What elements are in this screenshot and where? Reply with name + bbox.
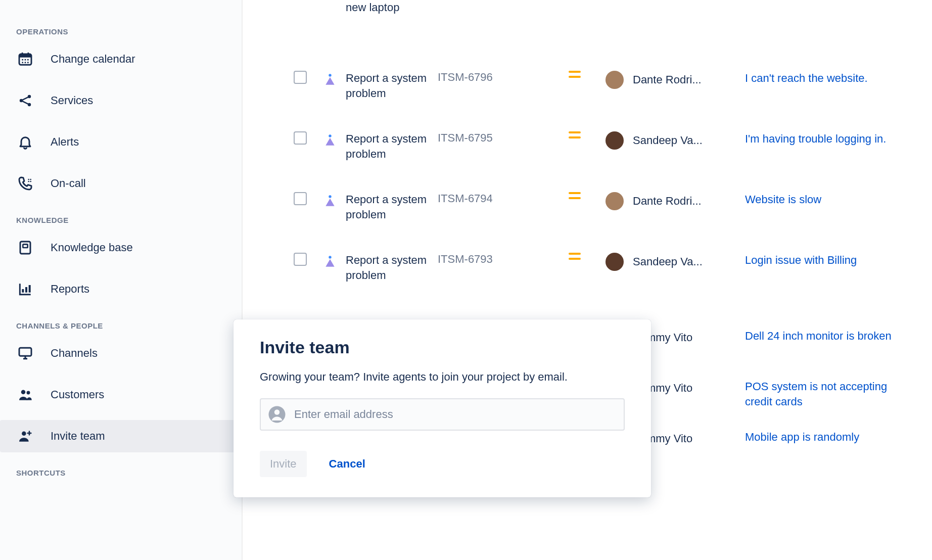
reporter-avatar bbox=[605, 253, 624, 271]
svg-rect-2 bbox=[22, 53, 23, 55]
monitor-icon bbox=[16, 344, 34, 362]
svg-point-6 bbox=[27, 59, 29, 61]
request-type-icon bbox=[323, 73, 337, 86]
reporter-name: Sandeep Va... bbox=[633, 255, 703, 268]
queue-row: Report a system problemITSM-6793 Sandeep… bbox=[285, 243, 912, 313]
reporter-avatar bbox=[605, 71, 624, 89]
svg-point-9 bbox=[27, 62, 29, 63]
services-icon bbox=[16, 91, 34, 110]
sidebar-item-label: Customers bbox=[51, 388, 104, 401]
svg-rect-19 bbox=[22, 289, 24, 293]
svg-point-8 bbox=[25, 62, 26, 63]
svg-point-13 bbox=[28, 179, 29, 180]
invite-email-input-wrapper[interactable] bbox=[260, 398, 625, 431]
svg-point-24 bbox=[27, 391, 30, 395]
sidebar-item-label: Change calendar bbox=[51, 53, 135, 66]
sidebar-item-label: Channels bbox=[51, 347, 98, 360]
issue-summary-link[interactable]: POS system is not accepting credit cards bbox=[745, 380, 887, 408]
cancel-button[interactable]: Cancel bbox=[319, 451, 376, 477]
sidebar-item-change-calendar[interactable]: Change calendar bbox=[0, 43, 242, 75]
svg-point-26 bbox=[329, 74, 331, 76]
issue-summary-link[interactable]: Website is slow bbox=[745, 193, 821, 206]
svg-rect-20 bbox=[25, 287, 27, 293]
request-type-icon bbox=[323, 133, 337, 147]
priority-medium-icon bbox=[569, 131, 581, 138]
sidebar-section-operations: OPERATIONS bbox=[0, 20, 242, 43]
sidebar-section-knowledge: KNOWLEDGE bbox=[0, 209, 242, 231]
sidebar: OPERATIONS Change calendar Services bbox=[0, 0, 243, 560]
request-type-icon bbox=[323, 255, 337, 268]
svg-point-5 bbox=[25, 59, 26, 61]
svg-point-31 bbox=[274, 409, 280, 415]
issue-summary-link[interactable]: Dell 24 inch monitor is broken bbox=[745, 330, 892, 342]
row-checkbox[interactable] bbox=[294, 71, 307, 84]
queue-row-partial: new laptop bbox=[285, 0, 912, 61]
issue-key[interactable]: ITSM-6793 bbox=[438, 253, 544, 266]
queue-type-label: Report a system problem bbox=[346, 131, 430, 161]
svg-point-29 bbox=[329, 256, 331, 258]
svg-point-15 bbox=[28, 181, 29, 182]
reporter-name: Sandeep Va... bbox=[633, 134, 703, 147]
issue-key[interactable]: ITSM-6796 bbox=[438, 71, 544, 84]
bell-icon bbox=[16, 133, 34, 151]
issue-summary-link[interactable]: Login issue with Billing bbox=[745, 254, 857, 266]
reporter-name: Dante Rodri... bbox=[633, 195, 702, 208]
queue-type-label: Report a system problem bbox=[346, 253, 430, 283]
svg-rect-1 bbox=[19, 54, 31, 58]
priority-medium-icon bbox=[569, 253, 581, 260]
book-icon bbox=[16, 239, 34, 257]
svg-rect-18 bbox=[23, 244, 27, 248]
person-plus-icon bbox=[16, 427, 34, 445]
invite-button[interactable]: Invite bbox=[260, 451, 307, 477]
sidebar-item-on-call[interactable]: On-call bbox=[0, 167, 242, 200]
svg-point-23 bbox=[21, 390, 26, 394]
reporter-avatar bbox=[605, 131, 624, 150]
svg-point-28 bbox=[329, 195, 331, 198]
svg-point-27 bbox=[329, 134, 331, 137]
sidebar-item-channels[interactable]: Channels bbox=[0, 337, 242, 369]
person-icon bbox=[268, 405, 286, 424]
reporter-name: Dante Rodri... bbox=[633, 73, 702, 86]
svg-point-7 bbox=[22, 62, 23, 63]
queue-type-label: Report a system problem bbox=[346, 71, 430, 101]
row-checkbox[interactable] bbox=[294, 131, 307, 145]
sidebar-item-knowledge-base[interactable]: Knowledge base bbox=[0, 231, 242, 264]
queue-type-label: new laptop bbox=[346, 0, 399, 15]
row-checkbox[interactable] bbox=[294, 253, 307, 266]
sidebar-item-label: Reports bbox=[51, 283, 89, 296]
svg-rect-22 bbox=[19, 348, 31, 356]
issue-summary-link[interactable]: I'm having trouble logging in. bbox=[745, 132, 886, 145]
modal-title: Invite team bbox=[260, 338, 625, 357]
sidebar-item-label: Alerts bbox=[51, 135, 79, 149]
sidebar-item-label: Knowledge base bbox=[51, 241, 133, 254]
request-type-icon bbox=[323, 194, 337, 207]
sidebar-section-shortcuts: SHORTCUTS bbox=[0, 461, 242, 484]
svg-point-25 bbox=[22, 431, 26, 436]
modal-actions: Invite Cancel bbox=[260, 451, 625, 477]
svg-point-16 bbox=[30, 181, 31, 182]
sidebar-item-label: Services bbox=[51, 94, 93, 107]
priority-medium-icon bbox=[569, 71, 581, 78]
svg-rect-21 bbox=[29, 285, 31, 293]
issue-summary-link[interactable]: I can't reach the website. bbox=[745, 72, 868, 84]
sidebar-item-services[interactable]: Services bbox=[0, 84, 242, 117]
issue-key[interactable]: ITSM-6795 bbox=[438, 131, 544, 145]
issue-key[interactable]: ITSM-6794 bbox=[438, 192, 544, 205]
sidebar-item-alerts[interactable]: Alerts bbox=[0, 126, 242, 158]
phone-icon bbox=[16, 174, 34, 193]
queue-type-label: Report a system problem bbox=[346, 192, 430, 222]
sidebar-item-customers[interactable]: Customers bbox=[0, 379, 242, 411]
sidebar-item-reports[interactable]: Reports bbox=[0, 273, 242, 305]
queue-row: Report a system problemITSM-6795 Sandeep… bbox=[285, 121, 912, 182]
queue-row: Report a system problemITSM-6796 Dante R… bbox=[285, 61, 912, 121]
chart-icon bbox=[16, 280, 34, 298]
priority-medium-icon bbox=[569, 192, 581, 199]
people-icon bbox=[16, 386, 34, 404]
calendar-icon bbox=[16, 50, 34, 68]
invite-email-input[interactable] bbox=[294, 408, 617, 421]
sidebar-section-channels-people: CHANNELS & PEOPLE bbox=[0, 314, 242, 337]
issue-summary-link[interactable]: Mobile app is randomly bbox=[745, 431, 859, 443]
row-checkbox[interactable] bbox=[294, 192, 307, 205]
svg-point-14 bbox=[30, 179, 31, 180]
sidebar-item-invite-team[interactable]: Invite team bbox=[0, 420, 242, 452]
